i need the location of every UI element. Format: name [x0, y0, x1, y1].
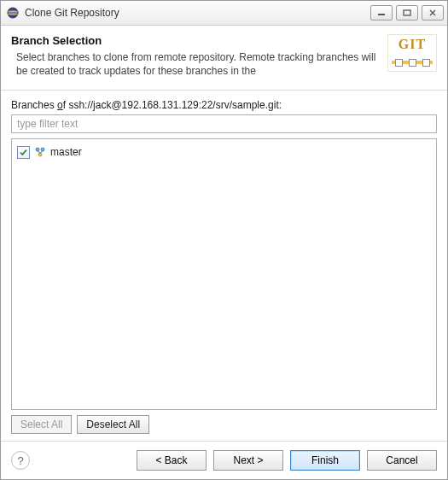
titlebar: Clone Git Repository — [1, 1, 447, 26]
deselect-all-button[interactable]: Deselect All — [77, 415, 149, 434]
content-area: Branches of ssh://jack@192.168.131.129:2… — [1, 91, 447, 441]
select-all-button[interactable]: Select All — [11, 415, 72, 434]
dialog-window: Clone Git Repository Branch Selection Se… — [0, 0, 448, 480]
button-bar: ? < Back Next > Finish Cancel — [1, 442, 447, 479]
branches-label: Branches of ssh://jack@192.168.131.129:2… — [11, 99, 437, 111]
maximize-icon — [403, 9, 411, 16]
maximize-button[interactable] — [396, 5, 418, 20]
svg-point-4 — [36, 148, 39, 151]
branch-row-master[interactable]: master — [17, 144, 431, 160]
close-button[interactable] — [422, 5, 444, 20]
branch-icon — [34, 146, 46, 158]
svg-point-5 — [41, 148, 44, 151]
finish-button[interactable]: Finish — [290, 450, 360, 471]
filter-input[interactable] — [11, 114, 437, 133]
help-button[interactable]: ? — [11, 451, 30, 470]
close-icon — [428, 9, 437, 16]
branch-tree[interactable]: master — [11, 138, 437, 410]
svg-rect-3 — [404, 10, 410, 15]
wizard-banner: Branch Selection Select branches to clon… — [1, 26, 447, 91]
check-icon — [19, 148, 28, 157]
window-title: Clone Git Repository — [25, 7, 367, 19]
branch-checkbox[interactable] — [17, 146, 30, 159]
git-icon: GIT — [387, 34, 437, 72]
minimize-button[interactable] — [370, 5, 393, 20]
svg-rect-2 — [378, 14, 385, 15]
minimize-icon — [377, 9, 386, 16]
branch-label: master — [50, 146, 82, 158]
page-description: Select branches to clone from remote rep… — [11, 50, 381, 78]
eclipse-icon — [6, 6, 20, 20]
back-button[interactable]: < Back — [137, 450, 207, 471]
next-button[interactable]: Next > — [213, 450, 283, 471]
page-title: Branch Selection — [11, 34, 381, 47]
svg-point-6 — [38, 153, 42, 156]
help-icon: ? — [17, 454, 23, 467]
cancel-button[interactable]: Cancel — [367, 450, 437, 471]
